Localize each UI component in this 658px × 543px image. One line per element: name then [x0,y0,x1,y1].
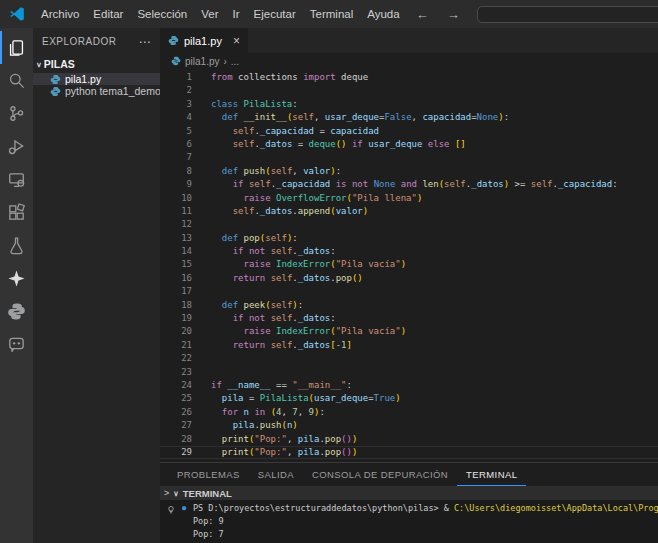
activity-extensions-icon[interactable] [0,196,33,229]
breadcrumb-file[interactable]: pila1.py [185,56,219,67]
chevron-down-icon: ∨ [36,60,42,68]
file-list: pila1.pypython tema1_demo.py [33,73,160,97]
menu-terminal[interactable]: Terminal [303,0,360,28]
menu-ejecutar[interactable]: Ejecutar [247,0,303,28]
folder-section-pilas[interactable]: ∨ PILAS [33,55,160,73]
line-number: 14 [160,245,192,258]
menu-selección[interactable]: Selección [130,0,194,28]
file-label: python tema1_demo.py [65,85,160,97]
more-actions-icon[interactable]: ⋯ [139,35,152,49]
menubar: ArchivoEditarSelecciónVerIrEjecutarTermi… [34,0,407,28]
code-line[interactable]: 7 [160,151,658,164]
code-line[interactable]: 4 def __init__(self, usar_deque=False, c… [160,111,658,124]
activity-explorer-icon[interactable] [0,31,33,64]
nav-back-icon[interactable]: ← [407,7,438,22]
python-file-icon [171,56,181,66]
line-number: 23 [160,366,192,379]
activity-python-icon[interactable] [0,295,33,328]
menu-editar[interactable]: Editar [86,0,130,28]
line-number: 19 [160,312,192,325]
line-content: from collections import deque [192,71,368,84]
file-item-python-tema1-demo-py[interactable]: python tema1_demo.py [33,85,160,97]
file-item-pila1-py[interactable]: pila1.py [33,73,160,85]
code-line[interactable]: 22 [160,352,658,365]
sidebar-title: EXPLORADOR [42,36,116,47]
breadcrumb[interactable]: pila1.py › ... [160,53,658,69]
code-line[interactable]: 2 [160,84,658,97]
code-line[interactable]: 14 if not self._datos: [160,245,658,258]
activity-remote-explorer-icon[interactable] [0,163,33,196]
line-content: raise IndexError("Pila vacía") [192,325,406,338]
code-line[interactable]: 13 def pop(self): [160,232,658,245]
code-line[interactable]: 29 print("Pop:", pila.pop()) [160,446,658,459]
panel-tab-terminal[interactable]: TERMINAL [457,463,526,486]
line-number: 13 [160,232,192,245]
line-number: 9 [160,178,192,191]
line-number: 6 [160,138,192,151]
code-line[interactable]: 23 [160,366,658,379]
activity-copilot-chat-icon[interactable] [0,328,33,361]
line-number: 22 [160,352,192,365]
breadcrumb-more[interactable]: ... [231,56,239,67]
code-line[interactable]: 15 raise IndexError("Pila vacía") [160,258,658,271]
line-content: return self._datos.pop() [192,272,363,285]
command-center-searchbox[interactable] [477,6,658,23]
menu-archivo[interactable]: Archivo [34,0,86,28]
code-line[interactable]: 24if __name__ == "__main__": [160,379,658,392]
code-line[interactable]: 16 return self._datos.pop() [160,272,658,285]
line-number: 7 [160,151,192,164]
menu-ayuda[interactable]: Ayuda [360,0,406,28]
code-line[interactable]: 18 def peek(self): [160,299,658,312]
line-content: def peek(self): [192,299,303,312]
terminal-text: PS D:\proyectos\estructuraddedatos\pytho… [193,502,658,515]
panel-collapse-icon[interactable]: > [164,488,169,498]
activity-testing-icon[interactable] [0,229,33,262]
code-line[interactable]: 10 raise OverflowError("Pila llena") [160,192,658,205]
line-number: 27 [160,419,192,432]
code-line[interactable]: 1from collections import deque [160,71,658,84]
menu-ir[interactable]: Ir [226,0,247,28]
sidebar-header: EXPLORADOR ⋯ [33,28,160,55]
chevron-down-icon: ∨ [173,489,179,498]
panel-tab-problemas[interactable]: PROBLEMAS [168,463,249,486]
terminal-gutter [160,502,182,543]
terminal-line: ●Pop: 9 [182,515,658,528]
close-icon[interactable]: × [233,35,240,47]
code-line[interactable]: 17 [160,285,658,298]
activity-run-debug-icon[interactable] [0,130,33,163]
command-decoration-spacer: ● [182,528,193,541]
nav-forward-icon[interactable]: → [438,7,469,22]
code-line[interactable]: 28 print("Pop:", pila.pop()) [160,433,658,446]
menu-ver[interactable]: Ver [194,0,225,28]
code-line[interactable]: 19 if not self._datos: [160,312,658,325]
code-line[interactable]: 12 [160,218,658,231]
terminal-output[interactable]: ●PS D:\proyectos\estructuraddedatos\pyth… [160,500,658,543]
code-editor[interactable]: 1from collections import deque23class Pi… [160,69,658,462]
activity-search-icon[interactable] [0,64,33,97]
terminal-section-header[interactable]: > ∨ TERMINAL [160,486,658,500]
activity-bar [0,28,33,543]
activity-copilot-sparkle-icon[interactable] [0,262,33,295]
code-line[interactable]: 6 self._datos = deque() if usar_deque el… [160,138,658,151]
line-content: print("Pop:", pila.pop()) [192,446,357,459]
line-content [192,366,211,379]
code-line[interactable]: 26 for n in (4, 7, 9): [160,406,658,419]
python-file-icon [50,74,61,85]
code-line[interactable]: 21 return self._datos[-1] [160,339,658,352]
line-content: for n in (4, 7, 9): [192,406,325,419]
titlebar: ArchivoEditarSelecciónVerIrEjecutarTermi… [0,0,658,28]
panel-tab-consola-de-depuraci-n[interactable]: CONSOLA DE DEPURACIÓN [303,463,457,486]
code-line[interactable]: 20 raise IndexError("Pila vacía") [160,325,658,338]
code-line[interactable]: 5 self._capacidad = capacidad [160,125,658,138]
code-line[interactable]: 25 pila = PilaLista(usar_deque=True) [160,392,658,405]
line-content: return self._datos[-1] [192,339,352,352]
workbench: EXPLORADOR ⋯ ∨ PILAS pila1.pypython tema… [0,28,658,543]
activity-source-control-icon[interactable] [0,97,33,130]
code-line[interactable]: 27 pila.push(n) [160,419,658,432]
code-line[interactable]: 11 self._datos.append(valor) [160,205,658,218]
code-line[interactable]: 9 if self._capacidad is not None and len… [160,178,658,191]
tab-pila1-py[interactable]: pila1.py × [160,28,248,53]
code-line[interactable]: 8 def push(self, valor): [160,165,658,178]
panel-tab-salida[interactable]: SALIDA [249,463,303,486]
code-line[interactable]: 3class PilaLista: [160,98,658,111]
